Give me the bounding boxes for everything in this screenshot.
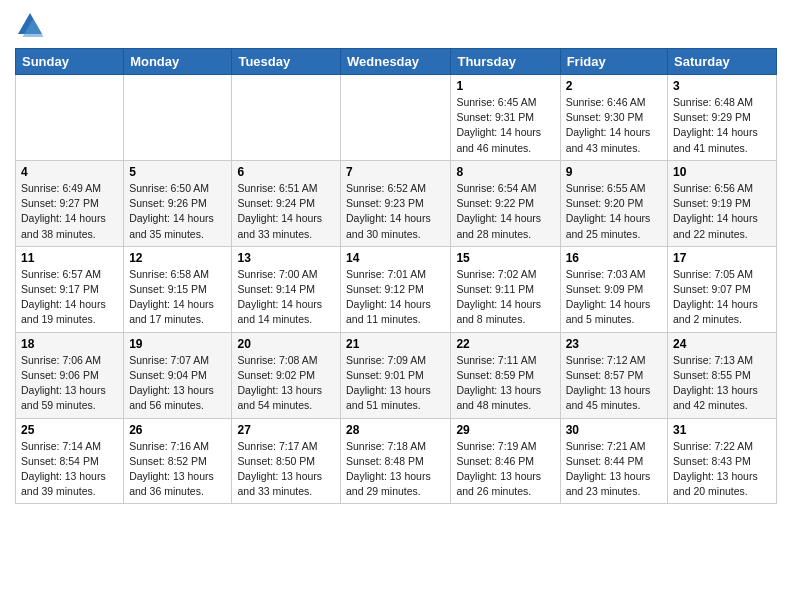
day-info: Sunrise: 7:17 AM Sunset: 8:50 PM Dayligh… [237, 439, 335, 500]
day-cell: 16Sunrise: 7:03 AM Sunset: 9:09 PM Dayli… [560, 246, 667, 332]
day-info: Sunrise: 7:01 AM Sunset: 9:12 PM Dayligh… [346, 267, 445, 328]
day-info: Sunrise: 7:07 AM Sunset: 9:04 PM Dayligh… [129, 353, 226, 414]
day-info: Sunrise: 7:00 AM Sunset: 9:14 PM Dayligh… [237, 267, 335, 328]
day-cell: 8Sunrise: 6:54 AM Sunset: 9:22 PM Daylig… [451, 160, 560, 246]
day-info: Sunrise: 7:09 AM Sunset: 9:01 PM Dayligh… [346, 353, 445, 414]
day-number: 8 [456, 165, 554, 179]
day-number: 16 [566, 251, 662, 265]
day-info: Sunrise: 7:11 AM Sunset: 8:59 PM Dayligh… [456, 353, 554, 414]
day-cell: 1Sunrise: 6:45 AM Sunset: 9:31 PM Daylig… [451, 75, 560, 161]
day-cell: 10Sunrise: 6:56 AM Sunset: 9:19 PM Dayli… [668, 160, 777, 246]
day-cell: 30Sunrise: 7:21 AM Sunset: 8:44 PM Dayli… [560, 418, 667, 504]
day-cell [341, 75, 451, 161]
day-info: Sunrise: 7:13 AM Sunset: 8:55 PM Dayligh… [673, 353, 771, 414]
day-number: 4 [21, 165, 118, 179]
day-number: 10 [673, 165, 771, 179]
day-number: 18 [21, 337, 118, 351]
week-row-4: 18Sunrise: 7:06 AM Sunset: 9:06 PM Dayli… [16, 332, 777, 418]
day-info: Sunrise: 6:51 AM Sunset: 9:24 PM Dayligh… [237, 181, 335, 242]
day-info: Sunrise: 6:48 AM Sunset: 9:29 PM Dayligh… [673, 95, 771, 156]
day-number: 9 [566, 165, 662, 179]
day-info: Sunrise: 7:05 AM Sunset: 9:07 PM Dayligh… [673, 267, 771, 328]
col-header-sunday: Sunday [16, 49, 124, 75]
day-number: 1 [456, 79, 554, 93]
col-header-tuesday: Tuesday [232, 49, 341, 75]
week-row-5: 25Sunrise: 7:14 AM Sunset: 8:54 PM Dayli… [16, 418, 777, 504]
day-cell: 27Sunrise: 7:17 AM Sunset: 8:50 PM Dayli… [232, 418, 341, 504]
col-header-wednesday: Wednesday [341, 49, 451, 75]
week-row-2: 4Sunrise: 6:49 AM Sunset: 9:27 PM Daylig… [16, 160, 777, 246]
day-number: 30 [566, 423, 662, 437]
day-number: 11 [21, 251, 118, 265]
week-row-3: 11Sunrise: 6:57 AM Sunset: 9:17 PM Dayli… [16, 246, 777, 332]
day-number: 23 [566, 337, 662, 351]
day-info: Sunrise: 7:02 AM Sunset: 9:11 PM Dayligh… [456, 267, 554, 328]
logo-icon [15, 10, 45, 40]
header [15, 10, 777, 40]
day-info: Sunrise: 6:46 AM Sunset: 9:30 PM Dayligh… [566, 95, 662, 156]
day-cell: 9Sunrise: 6:55 AM Sunset: 9:20 PM Daylig… [560, 160, 667, 246]
logo [15, 10, 49, 40]
day-number: 21 [346, 337, 445, 351]
day-cell [16, 75, 124, 161]
day-info: Sunrise: 6:45 AM Sunset: 9:31 PM Dayligh… [456, 95, 554, 156]
day-info: Sunrise: 6:55 AM Sunset: 9:20 PM Dayligh… [566, 181, 662, 242]
day-cell: 5Sunrise: 6:50 AM Sunset: 9:26 PM Daylig… [124, 160, 232, 246]
day-info: Sunrise: 6:58 AM Sunset: 9:15 PM Dayligh… [129, 267, 226, 328]
day-number: 5 [129, 165, 226, 179]
day-number: 26 [129, 423, 226, 437]
day-cell: 6Sunrise: 6:51 AM Sunset: 9:24 PM Daylig… [232, 160, 341, 246]
day-info: Sunrise: 6:49 AM Sunset: 9:27 PM Dayligh… [21, 181, 118, 242]
day-info: Sunrise: 7:19 AM Sunset: 8:46 PM Dayligh… [456, 439, 554, 500]
day-cell: 21Sunrise: 7:09 AM Sunset: 9:01 PM Dayli… [341, 332, 451, 418]
calendar-table: SundayMondayTuesdayWednesdayThursdayFrid… [15, 48, 777, 504]
day-cell: 3Sunrise: 6:48 AM Sunset: 9:29 PM Daylig… [668, 75, 777, 161]
week-row-1: 1Sunrise: 6:45 AM Sunset: 9:31 PM Daylig… [16, 75, 777, 161]
page: SundayMondayTuesdayWednesdayThursdayFrid… [0, 0, 792, 612]
col-header-thursday: Thursday [451, 49, 560, 75]
day-number: 15 [456, 251, 554, 265]
col-header-friday: Friday [560, 49, 667, 75]
day-number: 13 [237, 251, 335, 265]
day-cell: 20Sunrise: 7:08 AM Sunset: 9:02 PM Dayli… [232, 332, 341, 418]
day-cell: 2Sunrise: 6:46 AM Sunset: 9:30 PM Daylig… [560, 75, 667, 161]
day-cell: 17Sunrise: 7:05 AM Sunset: 9:07 PM Dayli… [668, 246, 777, 332]
col-header-saturday: Saturday [668, 49, 777, 75]
day-info: Sunrise: 6:54 AM Sunset: 9:22 PM Dayligh… [456, 181, 554, 242]
day-cell [124, 75, 232, 161]
day-number: 22 [456, 337, 554, 351]
day-cell: 12Sunrise: 6:58 AM Sunset: 9:15 PM Dayli… [124, 246, 232, 332]
day-info: Sunrise: 7:03 AM Sunset: 9:09 PM Dayligh… [566, 267, 662, 328]
day-cell [232, 75, 341, 161]
day-info: Sunrise: 7:06 AM Sunset: 9:06 PM Dayligh… [21, 353, 118, 414]
day-cell: 29Sunrise: 7:19 AM Sunset: 8:46 PM Dayli… [451, 418, 560, 504]
day-cell: 25Sunrise: 7:14 AM Sunset: 8:54 PM Dayli… [16, 418, 124, 504]
calendar-header-row: SundayMondayTuesdayWednesdayThursdayFrid… [16, 49, 777, 75]
day-info: Sunrise: 7:16 AM Sunset: 8:52 PM Dayligh… [129, 439, 226, 500]
day-info: Sunrise: 6:52 AM Sunset: 9:23 PM Dayligh… [346, 181, 445, 242]
day-number: 2 [566, 79, 662, 93]
day-cell: 19Sunrise: 7:07 AM Sunset: 9:04 PM Dayli… [124, 332, 232, 418]
day-cell: 22Sunrise: 7:11 AM Sunset: 8:59 PM Dayli… [451, 332, 560, 418]
day-info: Sunrise: 7:22 AM Sunset: 8:43 PM Dayligh… [673, 439, 771, 500]
day-cell: 7Sunrise: 6:52 AM Sunset: 9:23 PM Daylig… [341, 160, 451, 246]
day-info: Sunrise: 7:14 AM Sunset: 8:54 PM Dayligh… [21, 439, 118, 500]
day-info: Sunrise: 6:57 AM Sunset: 9:17 PM Dayligh… [21, 267, 118, 328]
day-info: Sunrise: 7:12 AM Sunset: 8:57 PM Dayligh… [566, 353, 662, 414]
day-number: 6 [237, 165, 335, 179]
day-number: 3 [673, 79, 771, 93]
day-number: 12 [129, 251, 226, 265]
day-number: 31 [673, 423, 771, 437]
day-info: Sunrise: 6:50 AM Sunset: 9:26 PM Dayligh… [129, 181, 226, 242]
day-cell: 15Sunrise: 7:02 AM Sunset: 9:11 PM Dayli… [451, 246, 560, 332]
col-header-monday: Monday [124, 49, 232, 75]
day-number: 19 [129, 337, 226, 351]
day-cell: 13Sunrise: 7:00 AM Sunset: 9:14 PM Dayli… [232, 246, 341, 332]
day-number: 14 [346, 251, 445, 265]
day-number: 27 [237, 423, 335, 437]
day-cell: 28Sunrise: 7:18 AM Sunset: 8:48 PM Dayli… [341, 418, 451, 504]
day-number: 29 [456, 423, 554, 437]
day-info: Sunrise: 7:18 AM Sunset: 8:48 PM Dayligh… [346, 439, 445, 500]
day-number: 7 [346, 165, 445, 179]
day-number: 28 [346, 423, 445, 437]
